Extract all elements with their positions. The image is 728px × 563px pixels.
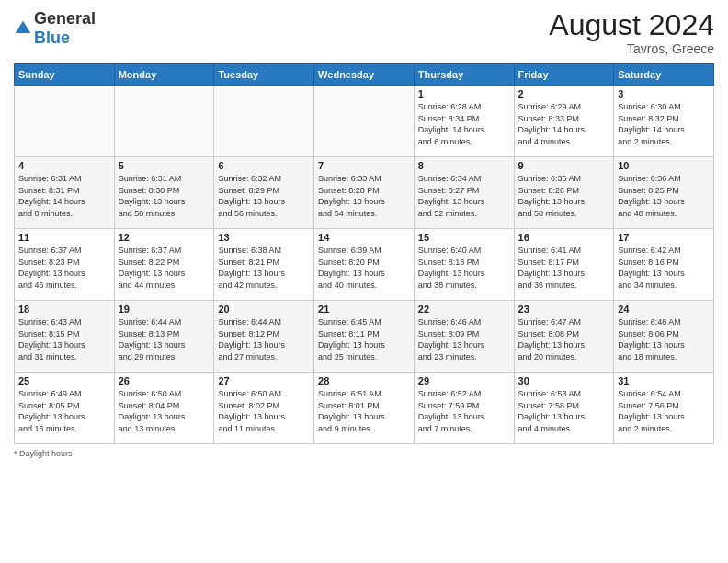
calendar-cell: 31Sunrise: 6:54 AM Sunset: 7:56 PM Dayli… bbox=[614, 373, 714, 444]
day-number: 30 bbox=[518, 375, 610, 386]
day-info: Sunrise: 6:28 AM Sunset: 8:34 PM Dayligh… bbox=[418, 101, 510, 147]
day-header-sunday: Sunday bbox=[15, 64, 115, 86]
day-number: 13 bbox=[218, 232, 310, 243]
day-number: 27 bbox=[218, 375, 310, 386]
day-number: 6 bbox=[218, 160, 310, 171]
week-row-3: 11Sunrise: 6:37 AM Sunset: 8:23 PM Dayli… bbox=[15, 229, 714, 301]
calendar-cell: 16Sunrise: 6:41 AM Sunset: 8:17 PM Dayli… bbox=[514, 229, 614, 301]
calendar-cell: 19Sunrise: 6:44 AM Sunset: 8:13 PM Dayli… bbox=[114, 301, 214, 373]
calendar-cell: 9Sunrise: 6:35 AM Sunset: 8:26 PM Daylig… bbox=[514, 157, 614, 229]
day-info: Sunrise: 6:50 AM Sunset: 8:02 PM Dayligh… bbox=[218, 388, 310, 434]
day-info: Sunrise: 6:43 AM Sunset: 8:15 PM Dayligh… bbox=[18, 316, 110, 362]
calendar-cell: 28Sunrise: 6:51 AM Sunset: 8:01 PM Dayli… bbox=[314, 373, 415, 444]
day-number: 10 bbox=[618, 160, 710, 171]
day-info: Sunrise: 6:33 AM Sunset: 8:28 PM Dayligh… bbox=[318, 173, 410, 219]
day-number: 4 bbox=[18, 160, 110, 171]
day-number: 16 bbox=[518, 232, 610, 243]
day-info: Sunrise: 6:46 AM Sunset: 8:09 PM Dayligh… bbox=[418, 316, 510, 362]
day-number: 18 bbox=[18, 304, 110, 315]
day-info: Sunrise: 6:40 AM Sunset: 8:18 PM Dayligh… bbox=[418, 245, 510, 291]
day-info: Sunrise: 6:45 AM Sunset: 8:11 PM Dayligh… bbox=[318, 316, 410, 362]
calendar-page: General Blue August 2024 Tavros, Greece … bbox=[0, 0, 728, 563]
day-info: Sunrise: 6:34 AM Sunset: 8:27 PM Dayligh… bbox=[418, 173, 510, 219]
day-number: 28 bbox=[318, 375, 410, 386]
calendar-cell: 23Sunrise: 6:47 AM Sunset: 8:08 PM Dayli… bbox=[514, 301, 614, 373]
calendar-cell: 22Sunrise: 6:46 AM Sunset: 8:09 PM Dayli… bbox=[414, 301, 514, 373]
day-number: 1 bbox=[418, 88, 510, 99]
day-info: Sunrise: 6:44 AM Sunset: 8:12 PM Dayligh… bbox=[218, 316, 310, 362]
day-number: 5 bbox=[119, 160, 210, 171]
calendar-cell: 14Sunrise: 6:39 AM Sunset: 8:20 PM Dayli… bbox=[314, 229, 415, 301]
day-number: 14 bbox=[318, 232, 410, 243]
calendar-cell: 30Sunrise: 6:53 AM Sunset: 7:58 PM Dayli… bbox=[514, 373, 614, 444]
calendar-cell: 26Sunrise: 6:50 AM Sunset: 8:04 PM Dayli… bbox=[114, 373, 214, 444]
day-number: 26 bbox=[119, 375, 210, 386]
day-number: 17 bbox=[618, 232, 710, 243]
daylight-label: Daylight hours bbox=[19, 449, 73, 458]
day-number: 31 bbox=[618, 375, 710, 386]
day-info: Sunrise: 6:52 AM Sunset: 7:59 PM Dayligh… bbox=[418, 388, 510, 434]
day-info: Sunrise: 6:54 AM Sunset: 7:56 PM Dayligh… bbox=[618, 388, 710, 434]
logo-blue: Blue bbox=[34, 29, 70, 47]
day-info: Sunrise: 6:37 AM Sunset: 8:23 PM Dayligh… bbox=[18, 245, 110, 291]
calendar-cell: 6Sunrise: 6:32 AM Sunset: 8:29 PM Daylig… bbox=[214, 157, 314, 229]
day-number: 23 bbox=[518, 304, 610, 315]
days-header-row: SundayMondayTuesdayWednesdayThursdayFrid… bbox=[15, 64, 714, 86]
calendar-cell: 18Sunrise: 6:43 AM Sunset: 8:15 PM Dayli… bbox=[15, 301, 115, 373]
calendar-cell: 5Sunrise: 6:31 AM Sunset: 8:30 PM Daylig… bbox=[114, 157, 214, 229]
calendar-cell: 2Sunrise: 6:29 AM Sunset: 8:33 PM Daylig… bbox=[514, 86, 614, 157]
title-block: August 2024 Tavros, Greece bbox=[549, 9, 714, 56]
day-number: 29 bbox=[418, 375, 510, 386]
day-header-monday: Monday bbox=[114, 64, 214, 86]
day-info: Sunrise: 6:32 AM Sunset: 8:29 PM Dayligh… bbox=[218, 173, 310, 219]
week-row-1: 1Sunrise: 6:28 AM Sunset: 8:34 PM Daylig… bbox=[15, 86, 714, 157]
calendar-cell: 8Sunrise: 6:34 AM Sunset: 8:27 PM Daylig… bbox=[414, 157, 514, 229]
footer: * Daylight hours bbox=[14, 449, 714, 458]
day-header-saturday: Saturday bbox=[614, 64, 714, 86]
week-row-5: 25Sunrise: 6:49 AM Sunset: 8:05 PM Dayli… bbox=[15, 373, 714, 444]
day-info: Sunrise: 6:31 AM Sunset: 8:31 PM Dayligh… bbox=[18, 173, 110, 219]
header: General Blue August 2024 Tavros, Greece bbox=[14, 9, 714, 56]
day-info: Sunrise: 6:42 AM Sunset: 8:16 PM Dayligh… bbox=[618, 245, 710, 291]
day-info: Sunrise: 6:31 AM Sunset: 8:30 PM Dayligh… bbox=[119, 173, 210, 219]
calendar-cell: 7Sunrise: 6:33 AM Sunset: 8:28 PM Daylig… bbox=[314, 157, 415, 229]
calendar-cell: 11Sunrise: 6:37 AM Sunset: 8:23 PM Dayli… bbox=[15, 229, 115, 301]
day-header-wednesday: Wednesday bbox=[314, 64, 415, 86]
day-info: Sunrise: 6:50 AM Sunset: 8:04 PM Dayligh… bbox=[119, 388, 210, 434]
day-info: Sunrise: 6:38 AM Sunset: 8:21 PM Dayligh… bbox=[218, 245, 310, 291]
day-info: Sunrise: 6:44 AM Sunset: 8:13 PM Dayligh… bbox=[119, 316, 210, 362]
day-number: 2 bbox=[518, 88, 610, 99]
day-header-tuesday: Tuesday bbox=[214, 64, 314, 86]
day-number: 9 bbox=[518, 160, 610, 171]
calendar-cell: 4Sunrise: 6:31 AM Sunset: 8:31 PM Daylig… bbox=[15, 157, 115, 229]
calendar-cell: 24Sunrise: 6:48 AM Sunset: 8:06 PM Dayli… bbox=[614, 301, 714, 373]
day-info: Sunrise: 6:29 AM Sunset: 8:33 PM Dayligh… bbox=[518, 101, 610, 147]
calendar-cell: 15Sunrise: 6:40 AM Sunset: 8:18 PM Dayli… bbox=[414, 229, 514, 301]
day-number: 20 bbox=[218, 304, 310, 315]
day-info: Sunrise: 6:37 AM Sunset: 8:22 PM Dayligh… bbox=[119, 245, 210, 291]
location: Tavros, Greece bbox=[549, 41, 714, 56]
day-header-thursday: Thursday bbox=[414, 64, 514, 86]
week-row-2: 4Sunrise: 6:31 AM Sunset: 8:31 PM Daylig… bbox=[15, 157, 714, 229]
day-info: Sunrise: 6:30 AM Sunset: 8:32 PM Dayligh… bbox=[618, 101, 710, 147]
day-number: 15 bbox=[418, 232, 510, 243]
calendar-cell: 1Sunrise: 6:28 AM Sunset: 8:34 PM Daylig… bbox=[414, 86, 514, 157]
calendar-cell: 13Sunrise: 6:38 AM Sunset: 8:21 PM Dayli… bbox=[214, 229, 314, 301]
calendar-cell bbox=[15, 86, 115, 157]
day-number: 3 bbox=[618, 88, 710, 99]
day-number: 22 bbox=[418, 304, 510, 315]
month-year: August 2024 bbox=[549, 9, 714, 41]
day-number: 19 bbox=[119, 304, 210, 315]
day-number: 11 bbox=[18, 232, 110, 243]
calendar-cell: 27Sunrise: 6:50 AM Sunset: 8:02 PM Dayli… bbox=[214, 373, 314, 444]
day-info: Sunrise: 6:41 AM Sunset: 8:17 PM Dayligh… bbox=[518, 245, 610, 291]
week-row-4: 18Sunrise: 6:43 AM Sunset: 8:15 PM Dayli… bbox=[15, 301, 714, 373]
logo-general: General bbox=[34, 9, 96, 28]
day-info: Sunrise: 6:53 AM Sunset: 7:58 PM Dayligh… bbox=[518, 388, 610, 434]
day-number: 25 bbox=[18, 375, 110, 386]
day-header-friday: Friday bbox=[514, 64, 614, 86]
logo: General Blue bbox=[14, 9, 96, 48]
day-info: Sunrise: 6:48 AM Sunset: 8:06 PM Dayligh… bbox=[618, 316, 710, 362]
day-number: 24 bbox=[618, 304, 710, 315]
day-info: Sunrise: 6:49 AM Sunset: 8:05 PM Dayligh… bbox=[18, 388, 110, 434]
